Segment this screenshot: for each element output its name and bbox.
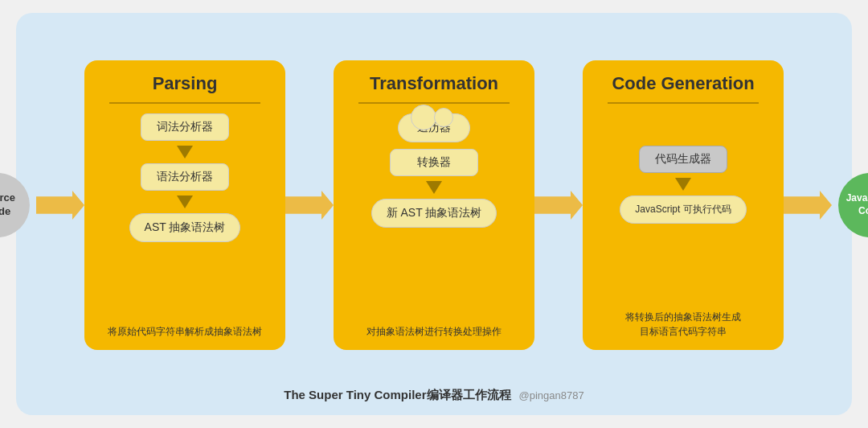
parsing-content: 词法分析器 语法分析器 AST 抽象语法树 将原始代码字符串解析成抽象语法树 [96, 113, 274, 339]
code-generator-box: 代码生成器 [639, 146, 727, 173]
parsing-title: Parsing [153, 73, 218, 94]
phase-codegen: Code Generation 代码生成器 JavaScript 可执行代码 将… [583, 60, 784, 350]
ast-oval: AST 抽象语法树 [129, 213, 241, 242]
codegen-content: 代码生成器 JavaScript 可执行代码 将转换后的抽象语法树生成 目标语言… [594, 113, 772, 339]
arrow-4 [784, 191, 832, 220]
arrow-shape-2 [285, 191, 334, 220]
down-arrow-4 [675, 178, 691, 191]
arrow-2 [285, 191, 334, 220]
down-arrow-3 [426, 181, 442, 194]
footer-handle: @pingan8787 [519, 389, 584, 401]
transformation-description: 对抽象语法树进行转换处理操作 [366, 316, 502, 339]
transformer-box: 转换器 [390, 149, 478, 176]
source-code-circle: Source Code [0, 173, 30, 237]
codegen-description: 将转换后的抽象语法树生成 目标语言代码字符串 [625, 302, 741, 339]
codegen-divider [608, 102, 760, 104]
source-code-label: Source Code [0, 191, 30, 219]
transformation-divider [358, 102, 510, 104]
outer-container: Source Code Parsing 词法分析器 语法分析器 AST 抽象语法… [16, 13, 852, 415]
syntax-analyzer: 语法分析器 [141, 163, 229, 191]
arrow-1 [36, 191, 84, 220]
diagram-area: Source Code Parsing 词法分析器 语法分析器 AST 抽象语法… [40, 29, 828, 381]
arrow-shape-4 [784, 191, 832, 220]
footer: The Super Tiny Compiler编译器工作流程 @pingan87… [284, 388, 583, 403]
arrow-3 [534, 191, 583, 220]
parsing-description: 将原始代码字符串解析成抽象语法树 [108, 316, 262, 339]
footer-main-text: The Super Tiny Compiler编译器工作流程 [284, 388, 510, 403]
down-arrow-1 [177, 146, 193, 158]
phase-parsing: Parsing 词法分析器 语法分析器 AST 抽象语法树 将原始代码字符串解析… [84, 60, 285, 350]
new-ast-oval: 新 AST 抽象语法树 [371, 199, 497, 228]
codegen-title: Code Generation [612, 73, 754, 94]
parsing-divider [109, 102, 261, 104]
traverser-cloud: 遍历器 [398, 113, 470, 142]
transformation-content: 遍历器 转换器 新 AST 抽象语法树 对抽象语法树进行转换处理操作 [345, 113, 523, 339]
lexical-analyzer: 词法分析器 [141, 113, 229, 141]
arrow-shape-3 [534, 191, 583, 220]
js-executable-oval: JavaScript 可执行代码 [620, 195, 746, 224]
phase-transformation: Transformation 遍历器 转换器 新 AST 抽象语法树 对抽象语法… [334, 60, 534, 350]
js-code-circle: JavaScriptCode [838, 173, 868, 237]
arrow-shape-1 [36, 191, 84, 220]
transformation-title: Transformation [370, 73, 498, 94]
js-code-label: JavaScriptCode [846, 192, 868, 217]
down-arrow-2 [177, 195, 193, 208]
